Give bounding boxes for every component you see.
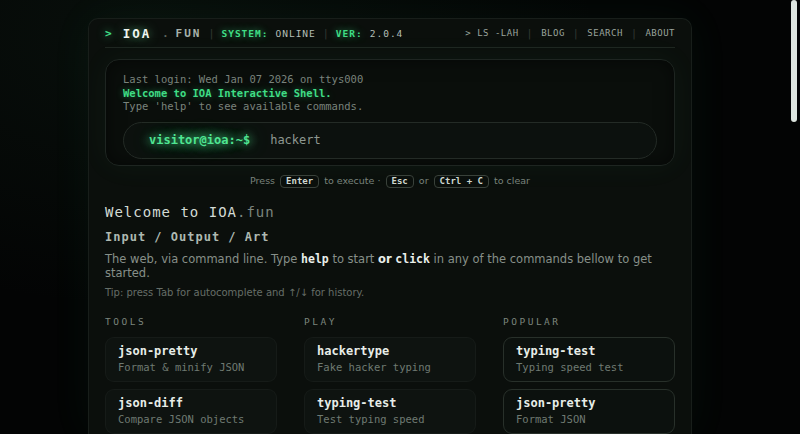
- card-title: hackertype: [317, 344, 463, 359]
- tip-text: Tip: press Tab for autocomplete and ↑/↓ …: [105, 287, 675, 298]
- separator: |: [631, 28, 638, 39]
- shell-prompt-label: visitor@ioa:~$: [138, 126, 261, 154]
- intro-click-command: click: [395, 252, 430, 266]
- command-input-value: hackert: [270, 133, 321, 147]
- scrollbar-thumb[interactable]: [791, 0, 797, 122]
- intro-part-1: The web, via command line. Type: [105, 252, 297, 266]
- top-nav: > LS -LAH | BLOG | SEARCH | ABOUT: [465, 28, 675, 39]
- site-header: > IOA . FUN | SYSTEM: ONLINE | VER: 2.0.…: [105, 19, 675, 48]
- intro-help-command: help: [301, 252, 329, 266]
- brand-suffix: FUN: [176, 27, 202, 40]
- command-card-json-diff[interactable]: json-diff Compare JSON objects: [105, 389, 277, 434]
- column-popular: POPULAR typing-test Typing speed test js…: [503, 316, 675, 434]
- welcome-section: Welcome to IOA.fun Input / Output / Art …: [105, 204, 675, 298]
- column-tools: TOOLS json-pretty Format & minify JSON j…: [105, 316, 277, 434]
- hint-to-execute: to execute: [324, 175, 374, 186]
- page-title-suffix: .fun: [237, 204, 275, 220]
- intro-paragraph: The web, via command line. Type help to …: [105, 252, 675, 280]
- system-status-label: SYSTEM:: [221, 28, 268, 39]
- system-status-value: ONLINE: [275, 28, 315, 39]
- page-title-main: Welcome to IOA: [105, 204, 237, 220]
- command-card-json-pretty-popular[interactable]: json-pretty Format JSON: [503, 389, 675, 434]
- card-description: Test typing speed: [317, 413, 463, 426]
- esc-key-badge: Esc: [386, 175, 414, 188]
- version-value: 2.0.4: [370, 28, 404, 39]
- command-card-typing-test[interactable]: typing-test Test typing speed: [304, 389, 476, 434]
- card-title: json-pretty: [118, 344, 264, 359]
- page-title: Welcome to IOA.fun: [105, 204, 675, 220]
- separator: |: [527, 28, 534, 39]
- card-description: Format & minify JSON: [118, 361, 264, 374]
- version-label: VER:: [336, 28, 363, 39]
- nav-item-ls-lah[interactable]: > LS -LAH: [465, 28, 518, 38]
- intro-or: or: [378, 252, 392, 266]
- separator: |: [208, 28, 214, 39]
- tagline: Input / Output / Art: [105, 230, 675, 244]
- brand[interactable]: > IOA . FUN | SYSTEM: ONLINE | VER: 2.0.…: [105, 24, 403, 43]
- hint-dot-separator: ·: [377, 175, 380, 186]
- prompt-chevron-icon: >: [105, 27, 112, 40]
- command-input[interactable]: visitor@ioa:~$ hackert: [123, 122, 657, 159]
- card-title: json-pretty: [516, 396, 662, 411]
- enter-key-badge: Enter: [280, 175, 319, 188]
- hint-press: Press: [250, 175, 275, 186]
- popular-card-list: typing-test Typing speed test json-prett…: [503, 337, 675, 434]
- card-title: typing-test: [317, 396, 463, 411]
- hint-or: or: [419, 175, 429, 186]
- nav-item-blog[interactable]: BLOG: [541, 28, 565, 38]
- card-description: Typing speed test: [516, 361, 662, 374]
- separator: |: [573, 28, 580, 39]
- command-card-json-pretty[interactable]: json-pretty Format & minify JSON: [105, 337, 277, 382]
- terminal-welcome-line: Welcome to IOA Interactive Shell.: [123, 87, 657, 101]
- keyboard-hints: Press Enter to execute · Esc or Ctrl + C…: [105, 175, 675, 188]
- terminal-last-login: Last login: Wed Jan 07 2026 on ttys000: [123, 73, 657, 87]
- site-container: > IOA . FUN | SYSTEM: ONLINE | VER: 2.0.…: [88, 18, 692, 434]
- card-title: typing-test: [516, 344, 662, 359]
- terminal-panel: Last login: Wed Jan 07 2026 on ttys000 W…: [105, 59, 675, 166]
- nav-item-search[interactable]: SEARCH: [587, 28, 623, 38]
- card-description: Compare JSON objects: [118, 413, 264, 426]
- intro-part-2: to start: [332, 252, 374, 266]
- column-header-popular: POPULAR: [503, 316, 675, 327]
- tools-card-list: json-pretty Format & minify JSON json-di…: [105, 337, 277, 434]
- card-description: Fake hacker typing: [317, 361, 463, 374]
- command-card-typing-test-popular[interactable]: typing-test Typing speed test: [503, 337, 675, 382]
- column-header-play: PLAY: [304, 316, 476, 327]
- command-card-hackertype[interactable]: hackertype Fake hacker typing: [304, 337, 476, 382]
- ctrl-c-key-badge: Ctrl + C: [434, 175, 489, 188]
- nav-item-about[interactable]: ABOUT: [645, 28, 675, 38]
- card-description: Format JSON: [516, 413, 662, 426]
- card-title: json-diff: [118, 396, 264, 411]
- terminal-help-line: Type 'help' to see available commands.: [123, 100, 657, 114]
- brand-name: IOA: [119, 24, 156, 43]
- column-play: PLAY hackertype Fake hacker typing typin…: [304, 316, 476, 434]
- hint-to-clear: to clear: [494, 175, 530, 186]
- brand-dot: .: [162, 27, 168, 39]
- separator: |: [323, 28, 329, 39]
- play-card-list: hackertype Fake hacker typing typing-tes…: [304, 337, 476, 434]
- column-header-tools: TOOLS: [105, 316, 277, 327]
- command-columns: TOOLS json-pretty Format & minify JSON j…: [105, 316, 675, 434]
